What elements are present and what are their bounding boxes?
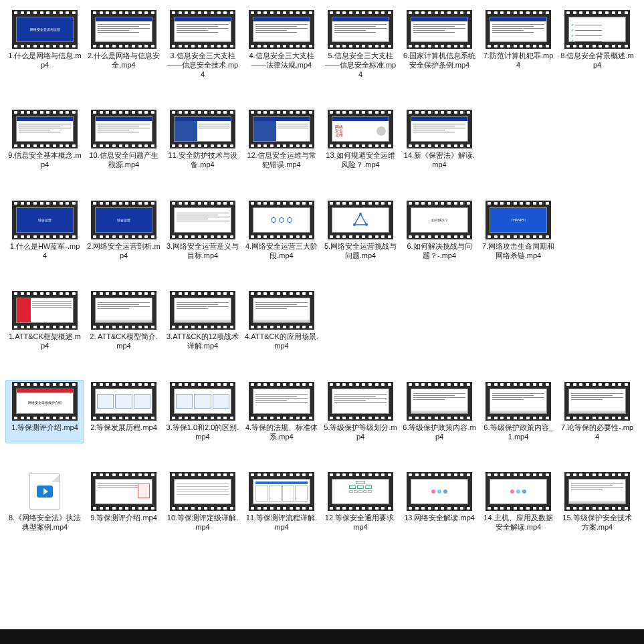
file-item[interactable]: 2.等保发展历程.mp4: [84, 380, 163, 444]
slide-preview: [174, 298, 231, 323]
file-item[interactable]: 13.网络安全解读.mp4: [400, 470, 479, 534]
slide-preview: [95, 389, 152, 414]
file-name-label: 4.网络安全运营三大阶段.mp4: [245, 242, 318, 261]
file-item[interactable]: 1.ATT&CK框架概述.mp4: [5, 289, 84, 353]
file-item[interactable]: 2.什么是网络与信息安全.mp4: [84, 8, 163, 81]
file-name-label: 2.什么是网络与信息安全.mp4: [87, 51, 160, 70]
slide-preview: THANKS!: [490, 207, 547, 233]
file-item[interactable]: 11.等保测评流程详解.mp4: [242, 470, 321, 534]
file-item[interactable]: 11.安全防护技术与设备.mp4: [163, 108, 242, 172]
file-name-label: 11.安全防护技术与设备.mp4: [166, 151, 239, 170]
video-thumbnail: [170, 110, 235, 148]
video-thumbnail: [249, 10, 314, 49]
slide-preview: [332, 389, 389, 414]
file-item[interactable]: 4.网络安全运营三大阶段.mp4: [242, 199, 321, 263]
slide-preview: [490, 17, 547, 42]
file-item[interactable]: 7.论等保的必要性-.mp4: [558, 380, 637, 444]
file-name-label: 3.等保1.0和2.0的区别.mp4: [166, 423, 239, 442]
file-item[interactable]: 15.等级保护安全技术方案.mp4: [558, 470, 637, 534]
file-item[interactable]: 网络安全意识与运营 1.什么是网络与信息.mp4: [5, 8, 84, 81]
slide-preview: [253, 207, 310, 233]
svg-point-2: [353, 223, 356, 226]
file-item[interactable]: 综合运营 2.网络安全运营剖析.mp4: [84, 199, 163, 263]
file-item[interactable]: 7.防范计算机犯罪.mp4: [479, 8, 558, 81]
slide-preview: [174, 116, 231, 142]
file-name-label: 8.信息安全背景概述.mp4: [560, 51, 634, 70]
video-thumbnail: [170, 291, 235, 330]
file-item[interactable]: 8.《网络安全法》执法典型案例.mp4: [5, 470, 84, 534]
file-item[interactable]: THANKS! 7.网络攻击生命周期和网络杀链.mp4: [479, 199, 558, 263]
file-item[interactable]: 2. ATT&CK模型简介.mp4: [84, 289, 163, 353]
file-name-label: 3.网络安全运营意义与目标.mp4: [166, 242, 239, 261]
file-name-label: 5.网络安全运营挑战与问题.mp4: [324, 242, 397, 261]
video-thumbnail: [170, 201, 235, 239]
video-thumbnail: [170, 10, 235, 49]
slide-preview: [174, 479, 231, 504]
slide-preview: [332, 479, 389, 504]
file-item[interactable]: 14.新《保密法》解读.mp4: [400, 108, 479, 172]
video-thumbnail: [91, 291, 156, 330]
file-name-label: 12.信息安全运维与常犯错误.mp4: [245, 151, 318, 170]
slide-preview: [253, 116, 310, 142]
file-item[interactable]: 3.等保1.0和2.0的区别.mp4: [163, 380, 242, 444]
file-item[interactable]: 12.等保安全通用要求.mp4: [321, 470, 400, 534]
file-name-label: 8.《网络安全法》执法典型案例.mp4: [8, 514, 82, 532]
file-item[interactable]: 6.等级保护政策内容_1.mp4: [479, 380, 558, 444]
video-thumbnail: 如何解决？: [407, 201, 472, 239]
file-item[interactable]: 3.网络安全运营意义与目标.mp4: [163, 199, 242, 263]
file-item[interactable]: 10.等保测评定级详解.mp4: [163, 470, 242, 534]
file-item[interactable]: 如何解决？ 6.如何解决挑战与问题？-.mp4: [400, 199, 479, 263]
file-item[interactable]: 14.主机、应用及数据安全解读.mp4: [479, 470, 558, 534]
slide-preview: [174, 207, 231, 233]
file-item[interactable]: 4.信息安全三大支柱——法律法规.mp4: [242, 8, 321, 81]
file-item[interactable]: 8.信息安全背景概述.mp4: [558, 8, 637, 81]
slide-preview: [16, 116, 74, 142]
video-thumbnail: [91, 472, 156, 511]
slide-preview: [253, 479, 310, 504]
file-item[interactable]: 网络安全等级保护介绍 1.等保测评介绍.mp4: [5, 380, 84, 444]
file-name-label: 13.如何规避安全运维风险？.mp4: [324, 151, 397, 170]
file-item[interactable]: 9.信息安全基本概念.mp4: [5, 108, 84, 172]
video-thumbnail: [249, 472, 314, 511]
file-name-label: 14.主机、应用及数据安全解读.mp4: [481, 514, 555, 532]
file-item[interactable]: 4.ATT&CK的应用场景.mp4: [242, 289, 321, 353]
file-item[interactable]: 4.等保的法规、标准体系.mp4: [242, 380, 321, 444]
file-name-label: 2. ATT&CK模型简介.mp4: [87, 332, 160, 351]
svg-point-0: [359, 213, 362, 215]
slide-preview: [411, 479, 468, 504]
slide-preview: [174, 17, 231, 42]
file-item[interactable]: 10.信息安全问题产生根源.mp4: [84, 108, 163, 172]
file-item[interactable]: 6.国家计算机信息系统安全保护条例.mp4: [400, 8, 479, 81]
video-thumbnail: [249, 201, 314, 239]
video-thumbnail: [328, 201, 393, 239]
video-thumbnail: 网络安全意识与运营: [12, 10, 78, 49]
video-thumbnail: [407, 472, 472, 511]
file-item[interactable]: 综合运营 1.什么是HW蓝军-.mp4: [5, 199, 84, 263]
file-name-label: 1.ATT&CK框架概述.mp4: [8, 332, 82, 351]
file-item[interactable]: 5.信息安全三大支柱——信息安全标准.mp4: [321, 8, 400, 81]
video-thumbnail: [249, 110, 314, 148]
video-thumbnail: 综合运营: [12, 201, 78, 239]
file-item[interactable]: 9.等保测评介绍.mp4: [84, 470, 163, 534]
file-item[interactable]: 6.等级保护政策内容.mp4: [400, 380, 479, 444]
video-thumbnail: [564, 472, 630, 511]
slide-preview: [16, 298, 74, 323]
file-name-label: 3.ATT&CK的12项战术详解.mp4: [166, 332, 239, 351]
file-name-label: 6.等级保护政策内容_1.mp4: [481, 423, 555, 442]
file-name-label: 1.等保测评介绍.mp4: [11, 423, 78, 433]
file-item[interactable]: 5.等级保护等级划分.mp4: [321, 380, 400, 444]
slide-preview: [95, 298, 152, 323]
file-item[interactable]: 网络安全运维 13.如何规避安全运维风险？.mp4: [321, 108, 400, 172]
file-item[interactable]: 12.信息安全运维与常犯错误.mp4: [242, 108, 321, 172]
file-item[interactable]: 3.信息安全三大支柱——信息安全技术.mp4: [163, 8, 242, 81]
file-item[interactable]: 3.ATT&CK的12项战术详解.mp4: [163, 289, 242, 353]
file-name-label: 4.ATT&CK的应用场景.mp4: [245, 332, 318, 351]
file-item[interactable]: 5.网络安全运营挑战与问题.mp4: [321, 199, 400, 263]
video-thumbnail: [486, 10, 551, 49]
slide-preview: 综合运营: [95, 207, 152, 233]
slide-preview: [253, 389, 310, 414]
file-name-label: 10.等保测评定级详解.mp4: [166, 514, 239, 532]
file-name-label: 11.等保测评流程详解.mp4: [245, 514, 318, 532]
slide-preview: 网络安全等级保护介绍: [16, 389, 74, 414]
slide-preview: [490, 389, 547, 414]
